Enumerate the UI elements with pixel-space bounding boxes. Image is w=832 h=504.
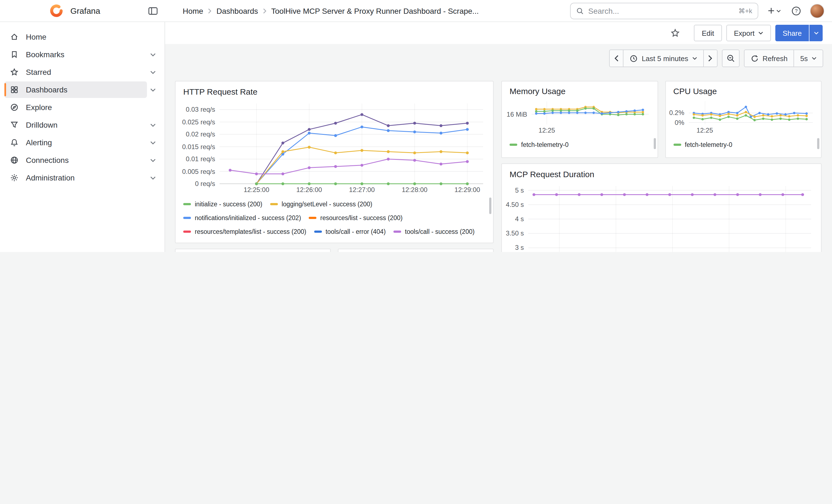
memory-usage-chart[interactable]: 16 MiB12:25 [503,98,656,135]
http-request-rate-chart[interactable]: 0 req/s0.005 req/s0.01 req/s0.015 req/s0… [177,100,492,195]
panel-title[interactable]: MCP Request Duration [502,164,821,183]
bookmark-icon [10,50,19,59]
legend-swatch [183,203,191,205]
legend-scrollbar[interactable] [817,138,820,149]
compass-icon [10,103,19,112]
legend-item[interactable]: initialize - success (200) [183,197,262,211]
y-axis-tick: 3 s [503,244,524,252]
legend-item[interactable]: resources/list - success (200) [309,211,402,224]
panel-title[interactable]: HTTP Request Rate [176,81,493,100]
avatar[interactable] [810,4,824,18]
panel-memory-usage: Memory Usage 16 MiB12:25 fetch-telemetry… [501,81,658,158]
expand-chevron-icon[interactable] [147,121,159,129]
y-axis-tick: 0% [667,118,684,126]
legend-item[interactable]: tools/call - error (404) [314,224,386,238]
x-axis-tick: 12:26:00 [290,186,328,194]
sidebar-item-dashboards[interactable]: Dashboards [0,81,164,98]
legend-item[interactable]: unknown - success (200) [270,238,353,243]
legend-swatch [393,230,401,233]
dashboards-grid-icon [10,85,19,94]
home-icon [10,32,19,41]
panel-title[interactable]: Error Rate [338,249,493,252]
edit-button[interactable]: Edit [694,25,722,41]
y-axis-tick: 0.2% [667,109,684,117]
legend-swatch [510,143,517,145]
y-axis-tick: 0.01 req/s [177,155,215,163]
sidebar-item-starred[interactable]: Starred [0,64,164,80]
zoom-out-icon [726,54,735,63]
time-range-picker[interactable]: Last 5 minutes [623,50,703,67]
time-shift-forward-button[interactable] [703,50,717,67]
search-box[interactable]: ⌘+k [570,2,758,19]
legend-swatch [183,216,191,219]
x-axis-tick: 12:27:00 [343,186,381,194]
sidebar-item-alerting[interactable]: Alerting [0,134,164,151]
star-icon [10,68,19,77]
legend-item[interactable]: notifications/initialized - success (202… [183,211,301,224]
refresh-interval-dropdown[interactable]: 5s [794,50,823,67]
legend-label: unknown - success (200) [282,242,353,243]
panel-total-request-rate: Total Request Rate 0.0875 [175,249,331,252]
sidebar-item-drilldown[interactable]: Drilldown [0,117,164,133]
x-axis-tick: 12:29:00 [449,186,486,194]
refresh-button[interactable]: Refresh [744,50,794,67]
refresh-label: Refresh [762,54,787,62]
share-dropdown-button[interactable] [809,25,823,41]
y-axis-tick: 0.005 req/s [177,167,215,175]
mcp-request-duration-chart[interactable]: 5 s4.50 s4 s3.50 s3 s2.50 s12:25:0012:26… [503,183,820,252]
breadcrumb-home[interactable]: Home [183,6,203,15]
memory-legend: fetch-telemetry-0 [502,135,657,157]
cpu-legend: fetch-telemetry-0 [666,135,821,157]
sidebar-item-bookmarks[interactable]: Bookmarks [0,46,164,63]
expand-chevron-icon[interactable] [147,50,159,59]
export-button[interactable]: Export [726,25,771,41]
help-button[interactable]: ? [790,4,803,17]
sidebar-toggle-button[interactable] [146,5,160,17]
sidebar-item-administration[interactable]: Administration [0,169,164,186]
share-button[interactable]: Share [776,25,809,41]
favorite-star-button[interactable] [669,26,682,39]
y-axis-tick: 0.015 req/s [177,143,215,151]
breadcrumb-dashboards[interactable]: Dashboards [216,6,258,15]
panel-title[interactable]: CPU Usage [666,81,821,98]
time-shift-back-button[interactable] [609,50,623,67]
legend-item[interactable]: fetch-telemetry-0 [673,137,732,151]
sidebar-item-connections[interactable]: Connections [0,152,164,168]
sidebar-item-explore[interactable]: Explore [0,99,164,115]
legend-label: notifications/initialized - success (202… [195,214,301,221]
cpu-usage-chart[interactable]: 0.2%0%12:25 [667,98,820,135]
panel-title[interactable]: Memory Usage [502,81,657,98]
legend-item[interactable]: resources/templates/list - success (200) [183,224,306,238]
legend-item[interactable]: tools/call - success (200) [393,224,475,238]
search-input[interactable] [588,6,734,15]
y-axis-tick: 0.03 req/s [177,106,215,113]
legend-item[interactable]: tools/list - success (200) [183,238,263,243]
add-button[interactable] [765,5,782,17]
expand-chevron-icon[interactable] [147,138,159,147]
sidebar-item-label: Drilldown [26,121,57,129]
expand-chevron-icon[interactable] [147,68,159,76]
sidebar-item-home[interactable]: Home [0,29,164,45]
legend-label: tools/list - success (200) [195,242,263,243]
legend-item[interactable]: logging/setLevel - success (200) [270,197,372,211]
legend-scrollbar[interactable] [489,197,491,214]
expand-chevron-icon[interactable] [147,156,159,164]
y-axis-tick: 16 MiB [503,110,527,118]
grafana-app: Grafana Home Dashboards ToolHive MCP Ser… [0,0,832,252]
connections-icon [10,156,19,164]
refresh-interval-label: 5s [800,54,808,62]
y-axis-tick: 0 req/s [177,180,215,188]
panel-title[interactable]: Total Request Rate [176,249,330,252]
grafana-logo[interactable] [48,2,65,19]
share-button-group: Share [776,25,823,41]
nav-left: Grafana [0,2,165,19]
expand-chevron-icon[interactable] [147,174,159,182]
zoom-out-button[interactable] [722,50,739,67]
http-legend: initialize - success (200)logging/setLev… [176,195,493,243]
chevron-right-icon [708,55,712,62]
expand-chevron-icon[interactable] [147,85,159,94]
sidebar-item-label: Connections [26,156,69,164]
legend-scrollbar[interactable] [653,138,656,149]
legend-swatch [314,230,322,233]
legend-item[interactable]: fetch-telemetry-0 [510,137,569,151]
